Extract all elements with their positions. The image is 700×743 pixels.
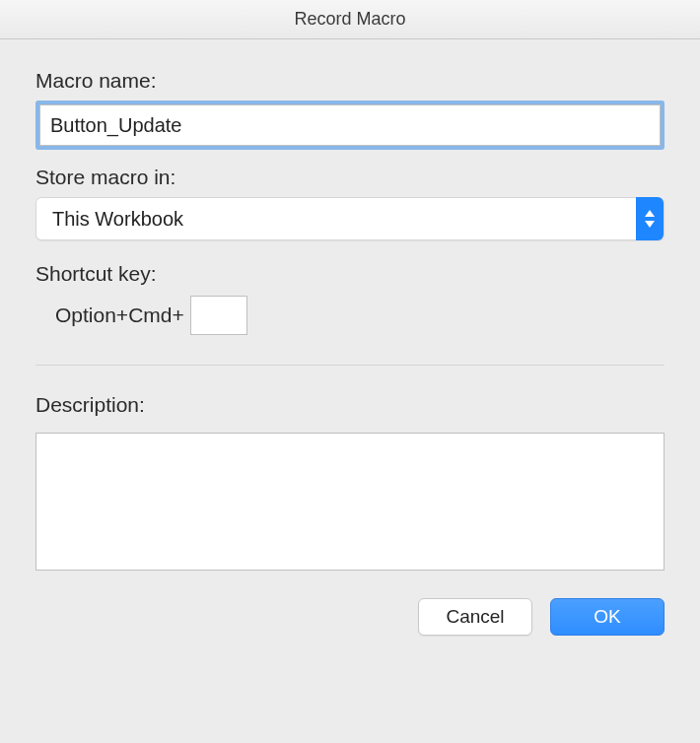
shortcut-prefix: Option+Cmd+ xyxy=(55,304,184,327)
svg-marker-1 xyxy=(645,221,655,228)
dialog-button-row: Cancel OK xyxy=(35,598,665,636)
store-in-select[interactable]: This Workbook xyxy=(35,197,665,240)
shortcut-key-input[interactable] xyxy=(190,296,247,335)
dialog-title: Record Macro xyxy=(294,9,405,30)
svg-marker-0 xyxy=(645,210,655,217)
store-in-value: This Workbook xyxy=(36,208,636,231)
description-input[interactable] xyxy=(35,433,665,571)
dialog-content: Macro name: Store macro in: This Workboo… xyxy=(0,39,700,636)
dialog-titlebar: Record Macro xyxy=(0,0,700,39)
cancel-button[interactable]: Cancel xyxy=(418,598,532,636)
shortcut-row: Option+Cmd+ xyxy=(35,296,665,335)
description-label: Description: xyxy=(35,393,665,417)
macro-name-input[interactable] xyxy=(39,104,661,146)
divider xyxy=(35,365,665,366)
shortcut-label: Shortcut key: xyxy=(35,262,665,286)
ok-button[interactable]: OK xyxy=(550,598,665,636)
store-in-label: Store macro in: xyxy=(35,166,665,189)
cancel-button-label: Cancel xyxy=(446,606,504,628)
ok-button-label: OK xyxy=(594,606,620,628)
macro-name-label: Macro name: xyxy=(35,69,665,93)
chevron-updown-icon xyxy=(636,197,664,240)
macro-name-field-focus-ring xyxy=(35,101,665,150)
